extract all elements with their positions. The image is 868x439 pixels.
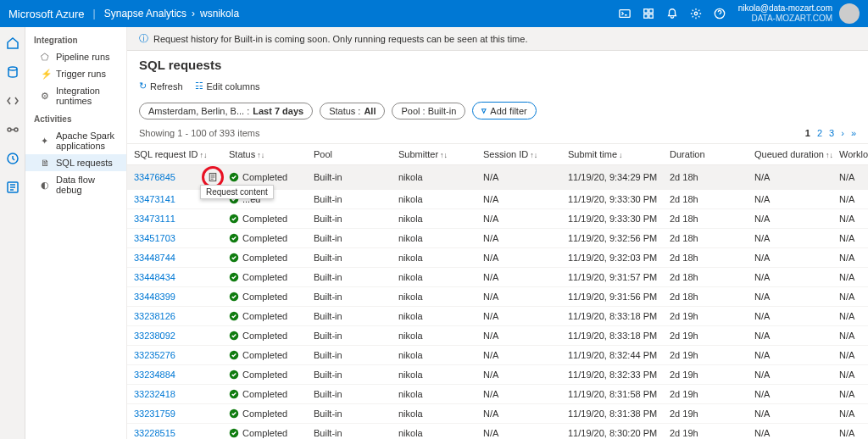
pager: 1 2 3 › »	[805, 128, 856, 138]
nav-rail	[0, 27, 25, 439]
col-session[interactable]: Session ID↑↓	[476, 144, 561, 165]
table-row[interactable]: 33234884 Completed Built-in nikola N/A 1…	[127, 365, 868, 385]
sidebar-item-trigger-runs[interactable]: ⚡Trigger runs	[25, 65, 126, 82]
table-row[interactable]: 33228515 Completed Built-in nikola N/A 1…	[127, 424, 868, 440]
success-icon	[229, 428, 239, 438]
tooltip: Request content	[200, 185, 274, 199]
svg-rect-0	[620, 10, 630, 18]
svg-rect-1	[643, 9, 647, 13]
table-row[interactable]: 33448744 Completed Built-in nikola N/A 1…	[127, 248, 868, 268]
success-icon	[229, 389, 239, 399]
monitor-icon[interactable]	[3, 149, 22, 168]
request-id-link[interactable]: 33448744	[134, 253, 175, 263]
filter-time[interactable]: Amsterdam, Berlin, B... : Last 7 days	[139, 103, 313, 119]
request-id-link[interactable]: 33238092	[134, 331, 175, 341]
table-row[interactable]: 33448399 Completed Built-in nikola N/A 1…	[127, 287, 868, 307]
sidebar-item-sql-requests[interactable]: 🗎SQL requests	[25, 154, 126, 171]
filter-pool[interactable]: Pool : Built-in	[392, 103, 465, 119]
info-banner: ⓘ Request history for Built-in is coming…	[127, 27, 868, 51]
avatar[interactable]	[839, 3, 860, 24]
sidebar-item-dataflow-debug[interactable]: ◐Data flow debug	[25, 171, 126, 198]
request-id-link[interactable]: 33238126	[134, 311, 175, 321]
data-icon[interactable]	[3, 63, 22, 81]
request-content-icon[interactable]	[205, 169, 220, 185]
columns-icon: ☷	[195, 81, 203, 92]
table-row[interactable]: 33476845 Request content Completed Built…	[127, 165, 868, 190]
col-status[interactable]: Status↑↓	[222, 144, 307, 165]
col-workload[interactable]: Workload group	[832, 144, 868, 165]
product[interactable]: Synapse Analytics	[104, 8, 186, 19]
request-id-link[interactable]: 33448434	[134, 272, 175, 282]
request-id-link[interactable]: 33451703	[134, 233, 175, 243]
col-pool[interactable]: Pool	[307, 144, 392, 165]
svg-point-9	[14, 128, 18, 131]
section-activities: Activities	[25, 109, 126, 127]
col-submitter[interactable]: Submitter↑↓	[392, 144, 476, 165]
manage-icon[interactable]	[3, 178, 22, 197]
request-id-link[interactable]: 33232418	[134, 389, 175, 399]
table-row[interactable]: 33232418 Completed Built-in nikola N/A 1…	[127, 385, 868, 404]
develop-icon[interactable]	[3, 92, 22, 110]
refresh-icon: ↻	[139, 81, 147, 92]
requests-table: SQL request ID↑↓ Status↑↓ Pool Submitter…	[127, 144, 868, 439]
col-queued[interactable]: Queued duration↑↓	[748, 144, 832, 165]
add-filter-button[interactable]: ▿Add filter	[472, 102, 536, 119]
toolbar: ↻ Refresh ☷ Edit columns	[127, 77, 868, 98]
sidebar-item-integration-runtimes[interactable]: ⚙Integration runtimes	[25, 82, 126, 109]
request-id-link[interactable]: 33476845	[134, 172, 175, 182]
page-2[interactable]: 2	[817, 128, 822, 138]
request-id-link[interactable]: 33473141	[134, 194, 175, 204]
workspace-name[interactable]: wsnikola	[200, 8, 239, 19]
success-icon	[229, 408, 239, 419]
success-icon	[229, 233, 239, 243]
sidebar-item-pipeline-runs[interactable]: ⬠Pipeline runs	[25, 48, 126, 65]
cloud-shell-icon[interactable]	[613, 2, 637, 25]
table-row[interactable]: 33238126 Completed Built-in nikola N/A 1…	[127, 307, 868, 326]
col-submit-time[interactable]: Submit time↓	[561, 144, 663, 165]
success-icon	[229, 311, 239, 321]
page-1[interactable]: 1	[805, 128, 810, 138]
sidebar: Integration ⬠Pipeline runs ⚡Trigger runs…	[25, 27, 127, 439]
edit-columns-button[interactable]: ☷ Edit columns	[195, 81, 260, 92]
table-row[interactable]: 33451703 Completed Built-in nikola N/A 1…	[127, 229, 868, 248]
table-row[interactable]: 33473111 Completed Built-in nikola N/A 1…	[127, 209, 868, 229]
table-row[interactable]: 33238092 Completed Built-in nikola N/A 1…	[127, 326, 868, 346]
table-wrap[interactable]: SQL request ID↑↓ Status↑↓ Pool Submitter…	[127, 143, 868, 439]
top-header: Microsoft Azure | Synapse Analytics › ws…	[0, 0, 868, 27]
table-row[interactable]: 33448434 Completed Built-in nikola N/A 1…	[127, 268, 868, 287]
count-row: Showing 1 - 100 of 393 items 1 2 3 › »	[127, 126, 868, 143]
page-next-icon[interactable]: ›	[841, 128, 844, 138]
request-id-link[interactable]: 33231759	[134, 408, 175, 419]
sidebar-item-spark[interactable]: ✦Apache Spark applications	[25, 127, 126, 154]
brand[interactable]: Microsoft Azure	[8, 8, 85, 20]
help-icon[interactable]	[708, 2, 732, 25]
home-icon[interactable]	[3, 34, 22, 53]
page-3[interactable]: 3	[829, 128, 834, 138]
filter-status[interactable]: Status : All	[320, 103, 385, 119]
request-id-link[interactable]: 33234884	[134, 370, 175, 380]
svg-rect-4	[649, 14, 653, 18]
directory-icon[interactable]	[637, 2, 660, 25]
request-id-link[interactable]: 33235276	[134, 350, 175, 360]
success-icon	[229, 331, 239, 341]
svg-point-8	[8, 128, 11, 131]
request-id-link[interactable]: 33473111	[134, 214, 175, 224]
user-info[interactable]: nikola@data-mozart.com DATA-MOZART.COM	[738, 3, 832, 24]
table-row[interactable]: 33235276 Completed Built-in nikola N/A 1…	[127, 346, 868, 365]
integrate-icon[interactable]	[3, 120, 22, 139]
svg-point-7	[8, 67, 17, 70]
col-id[interactable]: SQL request ID↑↓	[127, 144, 198, 165]
page-last-icon[interactable]: »	[851, 128, 856, 138]
success-icon	[229, 214, 239, 224]
request-id-link[interactable]: 33448399	[134, 292, 175, 302]
col-duration[interactable]: Duration	[663, 144, 748, 165]
table-row[interactable]: 33231759 Completed Built-in nikola N/A 1…	[127, 404, 868, 424]
success-icon	[229, 370, 239, 380]
request-id-link[interactable]: 33228515	[134, 428, 175, 438]
settings-icon[interactable]	[684, 2, 708, 25]
success-icon	[229, 272, 239, 282]
info-icon: ⓘ	[139, 32, 148, 45]
refresh-button[interactable]: ↻ Refresh	[139, 81, 183, 92]
notifications-icon[interactable]	[660, 2, 684, 25]
success-icon	[229, 350, 239, 360]
